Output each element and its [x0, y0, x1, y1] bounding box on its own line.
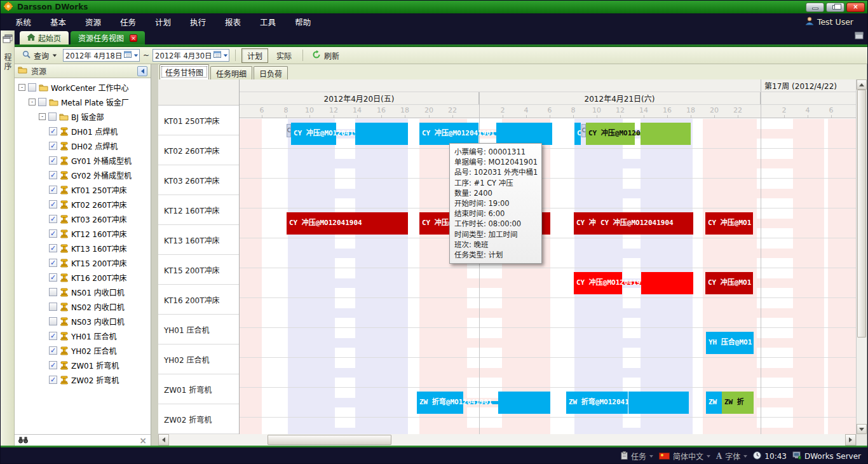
checkbox-checked[interactable]: ✓ [49, 200, 57, 208]
checkbox-checked[interactable]: ✓ [49, 259, 57, 267]
tree-item[interactable]: ✓GY01 外桶成型机 [15, 153, 151, 168]
checkbox-checked[interactable]: ✓ [49, 273, 57, 282]
checkbox-checked[interactable]: ✓ [49, 215, 57, 223]
vertical-scroll-thumb[interactable] [857, 90, 866, 338]
status-language[interactable]: 简体中文 [659, 451, 710, 461]
task-bar[interactable]: CY 冲压@MO1 [705, 212, 753, 235]
scroll-left-button[interactable] [158, 434, 169, 446]
checkbox-unchecked[interactable] [49, 317, 57, 325]
task-bar[interactable]: ZW 折弯@MO12041901 [566, 392, 628, 414]
menu-item-5[interactable]: 计划 [146, 16, 180, 28]
task-bar[interactable]: CY 冲压@MO12041904 [287, 212, 408, 235]
task-bar[interactable]: CY 冲压@MO12041902 [586, 123, 635, 145]
scroll-up-button[interactable] [857, 79, 867, 90]
checkbox[interactable] [38, 98, 46, 106]
checkbox-checked[interactable]: ✓ [49, 346, 57, 355]
query-button[interactable]: 查询 [20, 49, 60, 62]
gantt-tab-3[interactable]: 日负荷 [254, 66, 288, 79]
tree-item[interactable]: ✓KT12 160T冲床 [15, 226, 151, 241]
vertical-scrollbar[interactable] [856, 79, 867, 434]
menu-item-8[interactable]: 工具 [250, 16, 285, 28]
tree-item[interactable]: ✓YH02 压合机 [15, 343, 151, 358]
gantt-viewport[interactable]: 第17周 (2012/4/22) 2012年4月20日(五)2012年4月21日… [240, 79, 856, 434]
tab-start-page[interactable]: 起始页 [20, 31, 69, 44]
refresh-button[interactable]: 刷新 [309, 49, 342, 62]
tree-item[interactable]: ✓KT13 160T冲床 [15, 241, 151, 256]
task-bar[interactable]: CY 冲压@MO12041904 [598, 212, 693, 235]
binoculars-icon[interactable] [18, 434, 28, 446]
task-bar[interactable]: YH 压合@MO1 [706, 332, 754, 354]
checkbox-unchecked[interactable] [49, 288, 57, 296]
menu-item-2[interactable]: 基本 [41, 16, 76, 28]
tree-item[interactable]: ✓KT01 250T冲床 [15, 182, 151, 197]
actual-toggle-button[interactable]: 实际 [271, 49, 297, 62]
menu-item-3[interactable]: 资源 [76, 16, 111, 28]
menu-item-6[interactable]: 执行 [180, 16, 215, 28]
plan-toggle-button[interactable]: 计划 [241, 48, 268, 63]
task-bar[interactable]: CY 冲压@MO12041901 [291, 123, 336, 145]
task-bar[interactable] [641, 123, 691, 145]
task-bar[interactable] [641, 272, 693, 294]
checkbox-checked[interactable]: ✓ [49, 229, 57, 238]
collapse-panel-button[interactable] [137, 66, 147, 76]
task-bar[interactable]: ZW 折弯@MO12041901 [417, 392, 463, 414]
menu-item-9[interactable]: 帮助 [285, 16, 320, 28]
expander-minus-icon[interactable]: - [29, 99, 36, 106]
tree-item[interactable]: ✓DH01 点焊机 [15, 124, 151, 139]
tree-item[interactable]: NS03 内收口机 [15, 314, 151, 329]
expander-minus-icon[interactable]: - [39, 113, 46, 120]
menu-item-4[interactable]: 任务 [111, 16, 146, 28]
checkbox-checked[interactable]: ✓ [49, 127, 57, 135]
checkbox-checked[interactable]: ✓ [49, 332, 57, 340]
checkbox-checked[interactable]: ✓ [49, 244, 57, 252]
date-to-dropdown-icon[interactable] [224, 54, 227, 57]
checkbox-checked[interactable]: ✓ [49, 142, 57, 150]
tree-item[interactable]: ✓DH02 点焊机 [15, 139, 151, 153]
horizontal-scroll-thumb[interactable] [268, 435, 391, 445]
tree-item[interactable]: ✓GY02 外桶成型机 [15, 168, 151, 182]
gantt-tab-2[interactable]: 任务明细 [210, 66, 252, 79]
gantt-tab-1[interactable]: 任务甘特图 [159, 64, 209, 79]
tree-item[interactable]: NS01 内收口机 [15, 285, 151, 299]
tree-item[interactable]: ✓KT02 260T冲床 [15, 197, 151, 212]
task-bar[interactable] [498, 392, 550, 414]
close-button[interactable]: × [846, 3, 865, 12]
tab-list-icon[interactable] [855, 30, 864, 42]
tab-resource-task-view[interactable]: 资源任务视图 × [71, 31, 145, 44]
tree-item[interactable]: ✓KT03 260T冲床 [15, 212, 151, 226]
minimize-button[interactable] [806, 3, 824, 12]
date-from-dropdown-icon[interactable] [134, 54, 138, 57]
tree-group[interactable]: -WorkCenter 工作中心 [15, 80, 151, 95]
checkbox-checked[interactable]: ✓ [49, 156, 57, 165]
tree-item[interactable]: ✓YH01 压合机 [15, 329, 151, 343]
checkbox-checked[interactable]: ✓ [49, 171, 57, 179]
menu-item-1[interactable]: 系统 [6, 16, 41, 28]
checkbox-checked[interactable]: ✓ [49, 361, 57, 369]
find-close-icon[interactable]: × [139, 437, 147, 444]
task-bar[interactable] [355, 123, 408, 145]
tree-item[interactable]: NS02 内收口机 [15, 299, 151, 314]
task-bar[interactable]: CY 冲压@MO1 [705, 272, 753, 294]
tree-item[interactable]: ✓ZW02 折弯机 [15, 372, 151, 387]
task-bar[interactable] [496, 123, 552, 145]
task-bar[interactable]: CY 冲压@MO12041901 [419, 123, 478, 145]
checkbox[interactable] [28, 83, 36, 92]
checkbox[interactable] [48, 113, 57, 121]
expander-minus-icon[interactable]: - [18, 84, 25, 91]
checkbox-checked[interactable]: ✓ [49, 186, 57, 194]
task-bar[interactable]: CY 冲 [574, 212, 598, 235]
horizontal-scrollbar[interactable] [158, 434, 856, 446]
status-font[interactable]: A 字体 [716, 451, 747, 461]
menu-item-7[interactable]: 报表 [215, 16, 250, 28]
user-badge[interactable]: Test User [805, 17, 862, 27]
tree-group[interactable]: -BJ 钣金部 [15, 109, 151, 124]
panel-splitter[interactable] [151, 64, 158, 446]
date-from-field[interactable]: 2012年 4月18日 [63, 49, 140, 62]
task-bar[interactable]: ZW [706, 392, 722, 414]
scroll-right-button[interactable] [845, 434, 856, 446]
side-strip-program[interactable]: 程序 [1, 31, 15, 446]
status-task-menu[interactable]: 任务 [621, 451, 653, 461]
task-bar[interactable]: ZW 折 [722, 392, 754, 414]
date-to-field[interactable]: 2012年 4月30日 [153, 49, 229, 62]
tree-group[interactable]: -Metal Plate 钣金厂 [15, 95, 151, 109]
